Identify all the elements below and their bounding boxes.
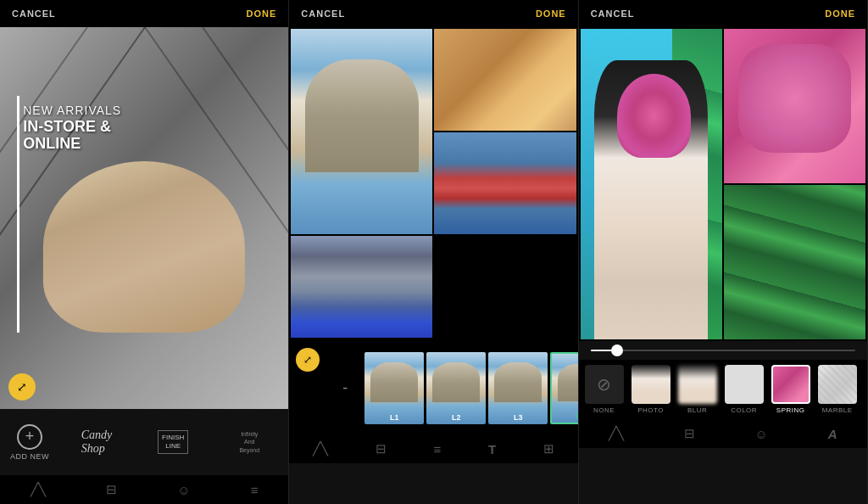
sliders-icon-1[interactable]: ⊟ [106,482,117,497]
panel3-hat [617,74,691,158]
diag-icon-2[interactable]: ╱╲ [313,441,328,456]
grid-cell-venice[interactable] [291,29,432,234]
panel3-slider-container [579,341,867,360]
text-instore-line1: IN-STORE & [23,119,121,136]
film-item-c1[interactable]: C1 [550,352,577,424]
panel3-right-column [724,29,865,339]
diag-icon-1[interactable]: ╱╲ [31,482,46,497]
add-new-circle: + [17,424,42,450]
panel-2: CANCEL DONE ⤢ - L1 L2 L3 C1 [289,0,578,504]
infinity-preview: InfinityAndBeyond [239,430,259,453]
cancel-button-1[interactable]: CANCEL [12,8,56,19]
infinity-tool[interactable]: InfinityAndBeyond [214,427,285,456]
layout-icon-2[interactable]: ⊞ [543,441,554,456]
option-spring-thumb [771,365,810,404]
panel2-image-grid [289,27,577,341]
panel3-image [579,27,867,341]
option-color[interactable]: COLOR [722,365,766,414]
panel3-greenery2 [724,185,865,339]
option-none-label: NONE [593,406,615,414]
film-item-l3[interactable]: L3 [488,352,548,424]
add-new-label: ADD NEW [10,452,49,461]
option-marble-thumb [818,365,857,404]
finish-preview: FINISHLINE [158,430,188,453]
panel-1: CANCEL DONE NEW ARRIVALS IN-STORE & ONLI… [0,0,289,504]
slider-track[interactable] [591,350,855,351]
film-item-l2[interactable]: L2 [426,352,486,424]
option-none-thumb: ⊘ [585,365,624,404]
panel3-woman [594,60,708,339]
expand-icon-2: ⤢ [303,354,312,366]
film-label-l1: L1 [364,413,424,422]
slider-thumb[interactable] [611,344,623,356]
none-icon: ⊘ [597,374,611,395]
option-spring[interactable]: SPRING [769,365,813,414]
expand-button-1[interactable]: ⤢ [8,373,36,400]
grid-cell-lake[interactable] [291,236,432,338]
film-item-l1[interactable]: L1 [364,352,424,424]
panel2-filmstrip: ⤢ - L1 L2 L3 C1 C2 [289,341,577,434]
film-dash[interactable]: - [328,352,362,424]
panel3-right-top [724,29,865,183]
text-overlay: NEW ARRIVALS IN-STORE & ONLINE [23,104,121,153]
option-blur-thumb [678,365,717,404]
text-new-arrivals: NEW ARRIVALS [23,104,121,117]
cancel-button-2[interactable]: CANCEL [301,8,345,19]
panel1-canvas-area: NEW ARRIVALS IN-STORE & ONLINE ⤢ [0,27,288,409]
film-label-l3: L3 [488,413,548,422]
sneaker-image [43,161,245,333]
top-bar-3: CANCEL DONE [579,0,867,27]
panel3-bottom-icons: ╱╲ ⊟ ☺ A [579,419,867,448]
expand-icon-1: ⤢ [17,380,27,394]
option-blur-label: BLUR [687,406,707,414]
panel1-bottom-icons: ╱╲ ⊟ ☺ ≡ [0,475,288,504]
candy-preview: CandyShop [81,428,113,456]
candy-tool[interactable]: CandyShop [61,425,132,459]
type-a-icon-3[interactable]: A [828,427,837,441]
grid-cell-cinque[interactable] [434,132,576,234]
top-bar-1: CANCEL DONE [0,0,288,27]
option-none[interactable]: ⊘ NONE [582,365,626,414]
panel1-toolbar: + ADD NEW CandyShop FINISHLINE InfinityA… [0,409,288,475]
option-photo[interactable]: PHOTO [629,365,673,414]
done-button-3[interactable]: DONE [825,8,855,19]
film-label-c1: C1 [552,412,577,420]
panel3-main-photo [581,29,722,339]
option-photo-thumb [632,365,670,404]
option-photo-label: PHOTO [637,406,664,414]
film-label-l2: L2 [426,413,486,422]
type-icon-2[interactable]: T [488,442,496,456]
done-button-1[interactable]: DONE [247,8,277,19]
option-color-label: COLOR [731,406,757,414]
panel-3: CANCEL DONE ⊘ NONE [579,0,868,504]
text-icon-2[interactable]: ≡ [434,442,442,456]
sliders-icon-3[interactable]: ⊟ [684,426,695,441]
diag-icon-3[interactable]: ╱╲ [609,426,624,441]
done-button-2[interactable]: DONE [536,8,566,19]
option-marble-label: MARBLE [822,406,853,414]
option-color-thumb [725,365,764,404]
text-instore: IN-STORE & ONLINE [23,119,121,153]
option-marble[interactable]: MARBLE [815,365,860,414]
face-icon-3[interactable]: ☺ [755,427,768,441]
cancel-button-3[interactable]: CANCEL [591,8,635,19]
text-instore-line2: ONLINE [23,136,121,153]
add-new-button[interactable]: + ADD NEW [3,416,56,468]
panel2-bottom-icons: ╱╲ ⊟ ≡ T ⊞ [289,434,577,463]
panel1-canvas: NEW ARRIVALS IN-STORE & ONLINE [0,27,288,409]
option-spring-label: SPRING [776,406,805,414]
text-icon-1[interactable]: ≡ [251,483,259,497]
panel3-options: ⊘ NONE PHOTO BLUR COLOR SPRING MARBLE [579,360,867,419]
option-blur[interactable]: BLUR [676,365,720,414]
film-strip-items: - L1 L2 L3 C1 C2 [294,352,577,424]
grid-cell-alley[interactable] [434,29,576,131]
top-bar-2: CANCEL DONE [289,0,577,27]
panel3-right-bot [724,185,865,339]
finish-tool[interactable]: FINISHLINE [137,427,209,456]
white-bar [17,96,19,333]
sliders-icon-2[interactable]: ⊟ [376,441,387,456]
face-icon-1[interactable]: ☺ [177,483,190,497]
